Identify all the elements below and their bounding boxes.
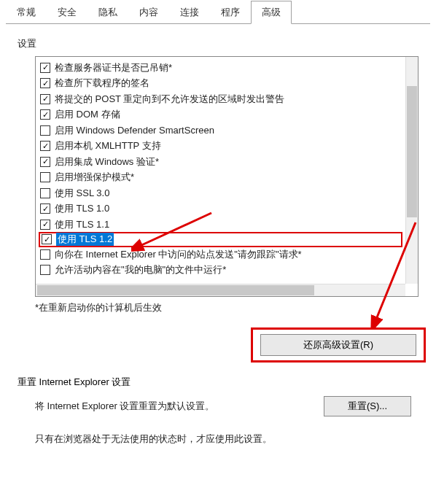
reset-button[interactable]: 重置(S)...	[324, 396, 411, 416]
tab-2[interactable]: 隐私	[87, 1, 128, 24]
list-item-label: 使用 TLS 1.1	[55, 218, 109, 231]
tab-5[interactable]: 程序	[210, 1, 251, 24]
list-item[interactable]: ✓启用本机 XMLHTTP 支持	[40, 139, 401, 155]
reset-description: 将 Internet Explorer 设置重置为默认设置。	[35, 400, 324, 413]
list-item[interactable]: 使用 SSL 3.0	[40, 185, 401, 201]
list-item-label: 将提交的 POST 重定向到不允许发送的区域时发出警告	[55, 93, 284, 106]
checkbox[interactable]: ✓	[40, 141, 50, 151]
list-item-label: 允许活动内容在"我的电脑"的文件中运行*	[55, 263, 226, 276]
list-item[interactable]: ✓检查服务器证书是否已吊销*	[40, 60, 401, 76]
list-item[interactable]: 允许活动内容在"我的电脑"的文件中运行*	[40, 263, 401, 279]
scroll-thumb[interactable]	[37, 285, 314, 295]
tab-1[interactable]: 安全	[47, 1, 87, 24]
tab-4[interactable]: 连接	[169, 1, 210, 24]
restore-highlight-box: 还原高级设置(R)	[251, 327, 426, 363]
list-item-label: 启用本机 XMLHTTP 支持	[55, 139, 161, 152]
list-item-label: 启用 DOM 存储	[55, 108, 120, 121]
checkbox[interactable]: ✓	[40, 78, 50, 88]
tab-0[interactable]: 常规	[6, 1, 47, 24]
restart-note: *在重新启动你的计算机后生效	[35, 301, 419, 314]
list-item-label: 启用 Windows Defender SmartScreen	[55, 124, 214, 137]
checkbox[interactable]: ✓	[40, 109, 50, 120]
reset-section-title: 重置 Internet Explorer 设置	[17, 376, 419, 389]
list-item[interactable]: ✓将提交的 POST 重定向到不允许发送的区域时发出警告	[40, 91, 401, 107]
vertical-scrollbar[interactable]	[405, 57, 418, 284]
list-item-label: 启用增强保护模式*	[55, 171, 134, 184]
list-item[interactable]: 启用增强保护模式*	[40, 170, 401, 186]
list-item-label: 检查服务器证书是否已吊销*	[55, 61, 172, 74]
list-item[interactable]: 向你在 Internet Explorer 中访问的站点发送"请勿跟踪"请求*	[40, 247, 401, 263]
restore-advanced-button[interactable]: 还原高级设置(R)	[260, 334, 416, 356]
list-item[interactable]: ✓使用 TLS 1.1	[40, 217, 401, 233]
list-item[interactable]: 启用 Windows Defender SmartScreen	[40, 123, 401, 139]
list-item-label: 向你在 Internet Explorer 中访问的站点发送"请勿跟踪"请求*	[55, 248, 302, 261]
checkbox[interactable]: ✓	[40, 220, 50, 230]
list-item-label: 使用 TLS 1.2	[56, 233, 114, 246]
list-item-label: 使用 TLS 1.0	[55, 202, 109, 215]
list-item[interactable]: ✓检查所下载程序的签名	[40, 76, 401, 92]
checkbox[interactable]	[40, 188, 50, 198]
settings-listbox[interactable]: ✓检查服务器证书是否已吊销*✓检查所下载程序的签名✓将提交的 POST 重定向到…	[35, 56, 419, 297]
checkbox[interactable]: ✓	[40, 203, 50, 214]
checkbox[interactable]	[40, 172, 50, 182]
list-item[interactable]: ✓使用 TLS 1.0	[40, 201, 401, 217]
checkbox[interactable]: ✓	[40, 63, 50, 73]
checkbox[interactable]: ✓	[42, 234, 52, 244]
list-item[interactable]: ✓启用 DOM 存储	[40, 107, 401, 123]
checkbox[interactable]	[40, 249, 50, 260]
settings-label: 设置	[17, 37, 419, 50]
list-item[interactable]: ✓启用集成 Windows 验证*	[40, 154, 401, 170]
list-item-label: 启用集成 Windows 验证*	[55, 155, 159, 168]
checkbox[interactable]	[40, 265, 50, 275]
list-item-label: 使用 SSL 3.0	[55, 187, 109, 200]
tab-6[interactable]: 高级	[251, 1, 292, 24]
list-item-label: 检查所下载程序的签名	[55, 77, 149, 90]
checkbox[interactable]	[40, 125, 50, 136]
list-item[interactable]: ✓使用 TLS 1.2	[39, 232, 402, 248]
reset-hint: 只有在浏览器处于无法使用的状态时，才应使用此设置。	[35, 433, 419, 446]
checkbox[interactable]: ✓	[40, 94, 50, 104]
horizontal-scrollbar[interactable]	[36, 284, 405, 296]
checkbox[interactable]: ✓	[40, 157, 50, 167]
scroll-thumb[interactable]	[407, 86, 417, 217]
tab-3[interactable]: 内容	[128, 1, 169, 24]
